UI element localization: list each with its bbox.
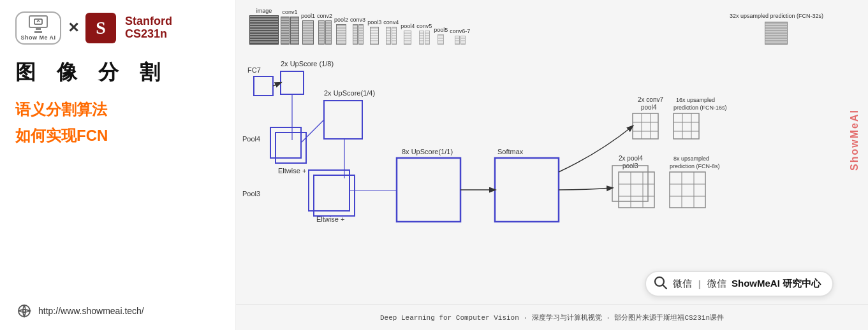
diagram-area: image conv1 pool1 conv2 [236,0,868,305]
svg-rect-44 [670,172,705,208]
svg-text:2x UpScore(1/4): 2x UpScore(1/4) [324,89,375,97]
stanford-logo: S Stanford CS231n [85,13,172,43]
svg-rect-11 [324,101,362,139]
svg-text:prediction (FCN-8s): prediction (FCN-8s) [670,163,720,169]
monitor-icon [29,15,48,28]
search-badge[interactable]: 微信 | 微信 ShowMeAI 研究中心 [645,271,834,297]
svg-rect-36 [619,172,654,208]
svg-line-56 [663,285,666,289]
svg-text:8x UpScore(1/1): 8x UpScore(1/1) [402,148,453,155]
watermark-text: ShowMeAI [849,109,860,171]
monitor-stand [34,31,42,33]
watermark: ShowMeAI [841,0,868,279]
svg-line-49 [273,83,281,86]
fcn32-label: 32x upsampled prediction (FCN-32s) [730,13,823,20]
svg-text:Eltwise +: Eltwise + [316,215,344,223]
wechat-label: 微信 [707,278,726,290]
svg-text:8x upsampled: 8x upsampled [673,155,709,162]
svg-rect-2 [254,76,273,96]
fcn-diagram-svg: FC7 2x UpScore (1/8) Pool4 Eltwise + 2x … [242,38,829,223]
svg-line-51 [301,120,324,143]
globe-icon [15,302,33,320]
website-row[interactable]: http://www.showmeai.tech/ [15,302,220,320]
x-sign: ✕ [68,20,79,36]
brand-label: ShowMeAI 研究中心 [732,278,821,290]
right-panel: image conv1 pool1 conv2 [236,0,868,330]
subtitle1: 语义分割算法 [15,99,220,119]
website-url: http://www.showmeai.tech/ [38,306,144,316]
svg-rect-5 [281,71,304,94]
svg-text:2x UpScore (1/8): 2x UpScore (1/8) [281,60,334,68]
stanford-course: CS231n [125,28,172,41]
svg-rect-19 [495,158,559,222]
svg-rect-29 [673,113,699,139]
bottom-bar: Deep Learning for Computer Vision · 深度学习… [236,305,868,330]
search-icon [654,276,668,292]
svg-rect-22 [633,113,658,139]
bottom-bar-text: Deep Learning for Computer Vision · 深度学习… [380,313,724,322]
svg-text:FC7: FC7 [247,66,261,74]
svg-text:Pool4: Pool4 [242,135,260,143]
stanford-name: Stanford [125,15,172,28]
search-text: 微信 [673,278,692,290]
stanford-text: Stanford CS231n [125,15,172,41]
svg-text:Pool3: Pool3 [242,190,260,197]
title-zh: 图 像 分 割 [15,59,220,87]
showmeai-logo-text: Show Me AI [20,34,55,41]
svg-text:16x upsampled: 16x upsampled [676,97,715,103]
svg-text:2x pool4: 2x pool4 [619,155,643,162]
logo-row: Show Me AI ✕ S Stanford CS231n [15,11,220,45]
divider: | [698,278,701,289]
svg-point-1 [18,305,30,317]
svg-text:Softmax: Softmax [497,148,524,155]
svg-rect-17 [397,158,460,222]
svg-rect-13 [314,175,355,216]
stanford-s-letter: S [85,13,116,43]
showmeai-logo: Show Me AI [15,11,61,45]
svg-rect-14 [309,170,349,211]
left-panel: Show Me AI ✕ S Stanford CS231n 图 像 分 割 语… [0,0,236,330]
svg-text:prediction (FCN-16s): prediction (FCN-16s) [673,104,727,111]
subtitle2: 如何实现FCN [15,126,220,145]
svg-text:pool4: pool4 [641,104,657,111]
svg-text:Eltwise +: Eltwise + [278,167,306,175]
svg-text:2x conv7: 2x conv7 [638,96,663,103]
